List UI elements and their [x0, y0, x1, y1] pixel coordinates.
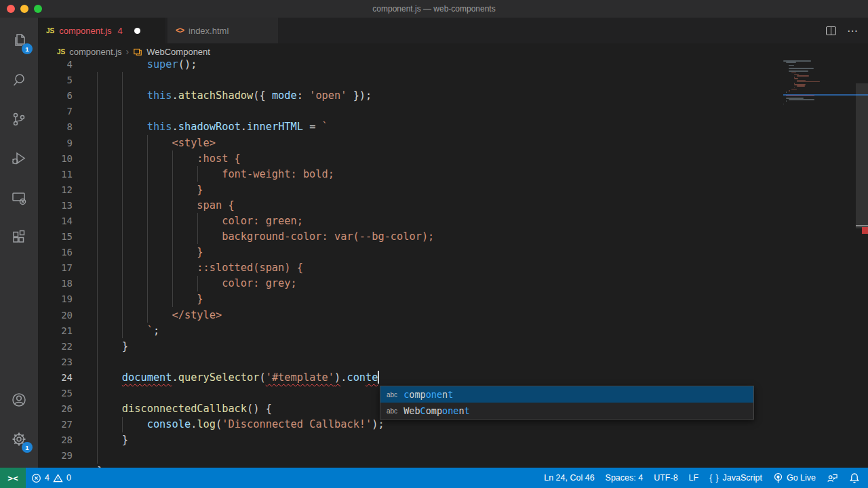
breadcrumb: JS component.js › WebComponent [38, 43, 868, 60]
debug-icon [10, 150, 28, 167]
activity-bar: 1 [0, 18, 38, 468]
encoding-setting[interactable]: UTF-8 [648, 468, 683, 488]
status-bar: >< 4 0 Ln 24, Col 46 Spaces: 4 UTF-8 LF … [0, 468, 868, 488]
editor-group: JS component.js 4 <> index.html ⋯ JS com… [38, 18, 868, 468]
code-line[interactable]: 29 [38, 448, 868, 464]
monitor-icon [10, 189, 28, 207]
code-line[interactable]: 16 } [38, 245, 868, 260]
sidebar-item-remote-explorer[interactable] [3, 182, 35, 214]
javascript-file-icon: JS [57, 48, 65, 56]
code-line[interactable]: 9 <style> [38, 135, 868, 150]
tab-index-html[interactable]: <> index.html [167, 18, 278, 43]
search-icon [10, 71, 28, 89]
cursor-position[interactable]: Ln 24, Col 46 [538, 468, 599, 488]
code-line[interactable]: 22 } [38, 338, 868, 354]
warning-count: 0 [66, 473, 71, 483]
feedback-button[interactable] [821, 468, 844, 488]
code-editor[interactable]: 4 super();56 this.attachShadow({ mode: '… [38, 60, 868, 468]
settings-badge: 1 [22, 442, 33, 453]
title-bar: component.js — web-components [0, 0, 868, 18]
class-symbol-icon [133, 47, 142, 56]
eol-setting[interactable]: LF [684, 468, 705, 488]
code-line[interactable]: 13 span { [38, 197, 868, 213]
sidebar-item-run-debug[interactable] [3, 142, 35, 175]
code-line[interactable]: 18 color: grey; [38, 276, 868, 291]
code-line[interactable]: 5 [38, 73, 868, 88]
text-cursor [378, 371, 379, 384]
go-live-button[interactable]: Go Live [768, 468, 821, 488]
minimize-window-button[interactable] [20, 5, 28, 13]
language-mode[interactable]: { } JavaScript [704, 468, 768, 488]
window-title: component.js — web-components [372, 4, 495, 14]
split-editor-icon[interactable] [826, 26, 836, 35]
vscode-window: component.js — web-components 1 [0, 0, 868, 488]
word-suggestion-icon: abc [387, 391, 397, 399]
traffic-lights [7, 5, 42, 13]
extensions-icon [10, 228, 28, 246]
code-line[interactable]: 15 background-color: var(--bg-color); [38, 229, 868, 245]
tab-bar: JS component.js 4 <> index.html ⋯ [38, 18, 868, 43]
minimap[interactable] [783, 60, 856, 468]
git-branch-icon [10, 110, 28, 128]
breadcrumb-separator: › [126, 46, 130, 57]
code-line[interactable]: 10 :host { [38, 150, 868, 166]
notifications-button[interactable] [844, 468, 868, 488]
word-suggestion-icon: abc [387, 407, 397, 415]
suggest-item[interactable]: abcWebComponent [380, 403, 753, 419]
breadcrumb-symbol[interactable]: WebComponent [146, 47, 210, 57]
sidebar-item-explorer[interactable]: 1 [3, 24, 35, 57]
accounts-button[interactable] [3, 384, 35, 416]
remote-indicator[interactable]: >< [0, 468, 26, 488]
breadcrumb-file[interactable]: component.js [69, 47, 121, 57]
tab-label: component.js [59, 26, 111, 36]
code-line[interactable]: 20 </style> [38, 307, 868, 323]
error-count: 4 [45, 473, 50, 483]
editor-actions: ⋯ [826, 18, 868, 43]
zoom-window-button[interactable] [34, 5, 42, 13]
code-line[interactable]: 4 super(); [38, 60, 868, 73]
javascript-file-icon: JS [46, 27, 54, 35]
html-file-icon: <> [176, 26, 184, 35]
code-line[interactable]: 8 this.shadowRoot.innerHTML = ` [38, 119, 868, 135]
indentation-setting[interactable]: Spaces: 4 [600, 468, 649, 488]
problems-status[interactable]: 4 0 [26, 468, 77, 488]
modified-dot-icon[interactable] [134, 28, 140, 34]
more-actions-icon[interactable]: ⋯ [847, 24, 859, 37]
close-window-button[interactable] [7, 5, 15, 13]
braces-icon: { } [709, 473, 719, 483]
tab-label: index.html [189, 26, 229, 36]
tab-component-js[interactable]: JS component.js 4 [38, 18, 165, 43]
settings-button[interactable]: 1 [3, 423, 35, 455]
code-line[interactable]: 11 font-weight: bold; [38, 166, 868, 182]
account-icon [10, 391, 28, 409]
code-line[interactable]: 23 [38, 354, 868, 369]
code-line[interactable]: 17 ::slotted(span) { [38, 260, 868, 276]
error-icon [31, 473, 41, 483]
overview-ruler-cursor-mark [856, 225, 868, 226]
overview-ruler-error-mark [862, 227, 868, 234]
explorer-badge: 1 [22, 43, 33, 54]
code-line[interactable]: 12 } [38, 182, 868, 197]
code-line[interactable]: 21 `; [38, 323, 868, 338]
code-line[interactable]: 7 [38, 104, 868, 119]
sidebar-item-extensions[interactable] [3, 221, 35, 253]
warning-icon [53, 473, 63, 483]
code-line[interactable]: 14 color: green; [38, 213, 868, 228]
minimap-current-line [783, 94, 868, 96]
code-line[interactable]: 28 } [38, 432, 868, 448]
suggest-item[interactable]: abccomponent [380, 386, 753, 403]
sidebar-item-source-control[interactable] [3, 103, 35, 136]
code-line[interactable]: 24 document.querySelector('#template').c… [38, 369, 868, 385]
feedback-icon [827, 472, 838, 483]
code-line[interactable]: 6 this.attachShadow({ mode: 'open' }); [38, 88, 868, 104]
broadcast-icon [773, 472, 783, 484]
sidebar-item-search[interactable] [3, 64, 35, 96]
tab-problem-count: 4 [118, 26, 123, 36]
bell-icon [849, 472, 860, 483]
suggest-widget: abccomponentabcWebComponent [380, 386, 754, 420]
scrollbar-thumb[interactable] [856, 83, 868, 228]
code-line[interactable]: 19 } [38, 291, 868, 307]
